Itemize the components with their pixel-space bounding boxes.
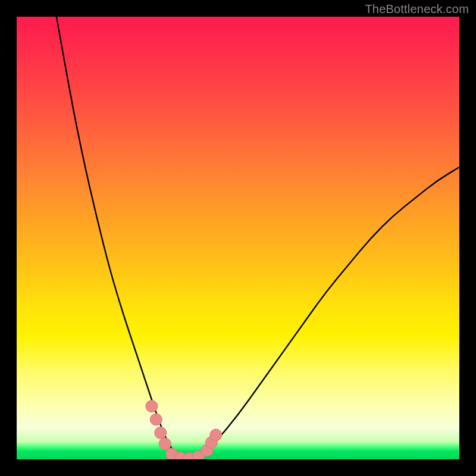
valley-marker-1 — [150, 414, 162, 425]
valley-markers — [146, 400, 222, 459]
plot-area — [17, 17, 459, 459]
bottleneck-curve — [57, 17, 459, 459]
valley-marker-0 — [146, 400, 158, 412]
valley-marker-10 — [210, 429, 222, 441]
valley-marker-2 — [155, 427, 167, 439]
curve-layer — [17, 17, 459, 459]
watermark-text: TheBottleneck.com — [365, 2, 469, 16]
chart-frame: TheBottleneck.com — [0, 0, 476, 476]
valley-marker-3 — [159, 438, 171, 450]
